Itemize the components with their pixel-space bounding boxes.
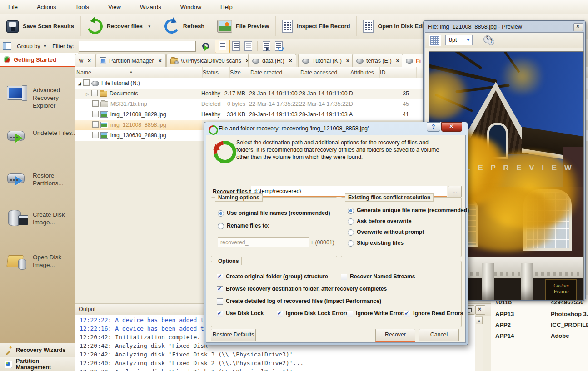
refresh-button[interactable]: Refresh — [158, 16, 211, 36]
tab-data-h[interactable]: data (H:) × — [248, 54, 296, 67]
apply-filter-icon[interactable] — [201, 42, 210, 50]
scan-folder-icon — [170, 58, 178, 64]
tab-close-icon[interactable]: × — [396, 58, 399, 64]
show-existing-files-icon[interactable] — [232, 41, 240, 51]
tab-physicaldrive0-scans[interactable]: \\.\PhysicalDrive0 scans × — [166, 54, 253, 67]
group-by-dropdown-icon[interactable]: ▼ — [43, 44, 47, 49]
column-size[interactable]: Size — [229, 67, 250, 78]
row-checkbox[interactable] — [92, 100, 99, 107]
column-date-accessed[interactable]: Date accessed — [299, 67, 350, 78]
row-checkbox[interactable] — [92, 111, 99, 117]
row-name-cell: MSI3171b.tmp — [92, 99, 147, 109]
recover-files-label: Recover files — [107, 23, 143, 30]
tab-terras-e[interactable]: terras (E:) × — [352, 54, 404, 67]
metadata-row[interactable]: APP14 Adobe — [491, 331, 588, 342]
preview-close-button[interactable] — [573, 23, 583, 31]
radio-skip-existing-files[interactable] — [348, 240, 354, 247]
expander-closed-icon[interactable] — [86, 89, 91, 99]
menu-wizards[interactable]: Wizards — [132, 4, 172, 10]
column-attributes[interactable]: Attributes — [349, 67, 380, 78]
recover-files-dropdown-icon[interactable]: ▼ — [148, 25, 151, 29]
sidebar-item-advanced-recovery-explorer[interactable]: Advanced Recovery Explorer — [0, 84, 82, 109]
open-image-folder-icon — [7, 252, 28, 271]
menu-file[interactable]: File — [0, 4, 29, 10]
row-checkbox[interactable] — [92, 132, 99, 138]
metadata-scrollbar[interactable]: ▲ — [475, 316, 483, 371]
sidebar-item-open-disk-image[interactable]: Open Disk Image... — [0, 252, 82, 271]
row-checkbox[interactable] — [92, 121, 99, 128]
menu-help[interactable]: Help — [212, 4, 244, 10]
help-icon[interactable] — [488, 38, 494, 45]
rename-prefix-input[interactable] — [218, 237, 309, 247]
tab-tutorial-k[interactable]: Tutorial (K:) × — [298, 54, 354, 67]
toggle-panel-icon[interactable] — [3, 42, 11, 50]
refresh-list-icon[interactable] — [275, 41, 283, 51]
log-line: 12:20:42: Analyzing disk 'Fixed Disk 3 (… — [80, 351, 304, 358]
hex-view-icon[interactable] — [429, 35, 441, 46]
inspect-file-record-button[interactable]: Inspect File Record — [276, 16, 357, 36]
checkbox-ignore-read-errors[interactable] — [404, 311, 410, 317]
save-scan-results-button[interactable]: Save Scan Results — [0, 16, 81, 36]
checkbox-use-disk-lock[interactable] — [217, 311, 223, 317]
column-status[interactable]: Status — [201, 67, 230, 78]
tab-close-icon[interactable]: × — [88, 58, 91, 64]
table-row-img-8858-selected[interactable]: img_121008_8858.jpg — [75, 120, 202, 130]
column-id[interactable]: ID — [379, 67, 417, 78]
font-size-select[interactable]: 8pt ▼ — [445, 35, 473, 45]
radio-ask-before-overwrite[interactable] — [348, 218, 354, 225]
menu-tools[interactable]: Tools — [67, 4, 100, 10]
sidebar-item-create-disk-image[interactable]: Create Disk Image... — [0, 209, 82, 228]
tab-partition-manager[interactable]: Partition Manager × — [95, 54, 166, 67]
undelete-drive-icon — [7, 127, 28, 146]
radio-rename-files[interactable] — [218, 223, 224, 229]
radio-use-original-names[interactable] — [218, 210, 224, 217]
inspect-file-record-label: Inspect File Record — [297, 23, 350, 30]
export-list-icon[interactable] — [263, 41, 270, 51]
tab-partial[interactable]: w × — [75, 54, 97, 67]
group-by-label[interactable]: Group by — [17, 43, 40, 49]
filter-input[interactable] — [79, 41, 196, 52]
cancel-button[interactable]: Cancel — [419, 329, 459, 341]
checkbox-create-detailed-log[interactable] — [217, 298, 223, 305]
recover-files-button[interactable]: Recover files ▼ — [81, 16, 158, 36]
sidebar-item-restore-partitions[interactable]: Restore Partitions... — [0, 170, 82, 189]
radio-generate-unique-name[interactable] — [348, 208, 354, 214]
menu-window[interactable]: Window — [172, 4, 212, 10]
restore-defaults-button[interactable]: Restore Defaults — [211, 329, 256, 341]
file-preview-button[interactable]: File Preview — [211, 16, 276, 36]
sidebar-item-undelete-files[interactable]: Undelete Files... — [0, 127, 82, 146]
tab-close-icon[interactable]: × — [159, 58, 162, 64]
tab-close-icon[interactable]: × — [289, 58, 292, 64]
getting-started-tab[interactable]: Getting Started — [0, 53, 78, 67]
row-checkbox[interactable] — [91, 90, 98, 96]
show-all-files-button[interactable] — [215, 40, 230, 53]
checkbox-browse-destination[interactable] — [217, 286, 223, 292]
metadata-row[interactable]: APP2 ICC_PROFILE — [491, 320, 588, 331]
scroll-up-icon[interactable]: ▲ — [476, 317, 483, 324]
partition-management-icon — [5, 361, 12, 368]
tab-close-icon[interactable]: × — [346, 58, 349, 64]
checkbox-ignore-write-errors[interactable] — [347, 311, 353, 317]
radio-overwrite-without-prompt[interactable] — [348, 229, 354, 236]
menu-view[interactable]: View — [100, 4, 132, 10]
checkbox-ignore-disk-lock-errors[interactable] — [277, 311, 283, 317]
show-deleted-files-icon[interactable] — [244, 41, 252, 51]
recovery-wizards-button[interactable]: Recovery Wizards — [0, 343, 75, 357]
checkbox-create-folder-structure[interactable] — [217, 274, 223, 280]
close-panel-button[interactable] — [475, 305, 485, 315]
expander-open-icon[interactable] — [78, 78, 83, 89]
dialog-help-button[interactable] — [427, 122, 440, 132]
partition-management-button[interactable]: Partition Management — [0, 357, 75, 371]
preview-title-bar[interactable]: File: img_121008_8858.jpg - Preview — [425, 22, 584, 32]
dialog-title-bar[interactable]: File and folder recovery: recovering 'im… — [206, 124, 466, 135]
column-name[interactable]: Name▲ — [75, 67, 203, 78]
recover-button[interactable]: Recover — [375, 329, 415, 341]
row-checkbox[interactable] — [83, 79, 90, 86]
dialog-close-button[interactable] — [441, 122, 462, 132]
browse-button[interactable]: ... — [448, 186, 462, 198]
checkbox-recover-named-streams[interactable] — [341, 274, 347, 280]
metadata-row[interactable]: APP13 Photoshop 3.0 — [491, 309, 588, 320]
column-date-created[interactable]: Date created — [249, 67, 300, 78]
menu-actions[interactable]: Actions — [29, 4, 67, 10]
drive-icon — [406, 59, 413, 64]
